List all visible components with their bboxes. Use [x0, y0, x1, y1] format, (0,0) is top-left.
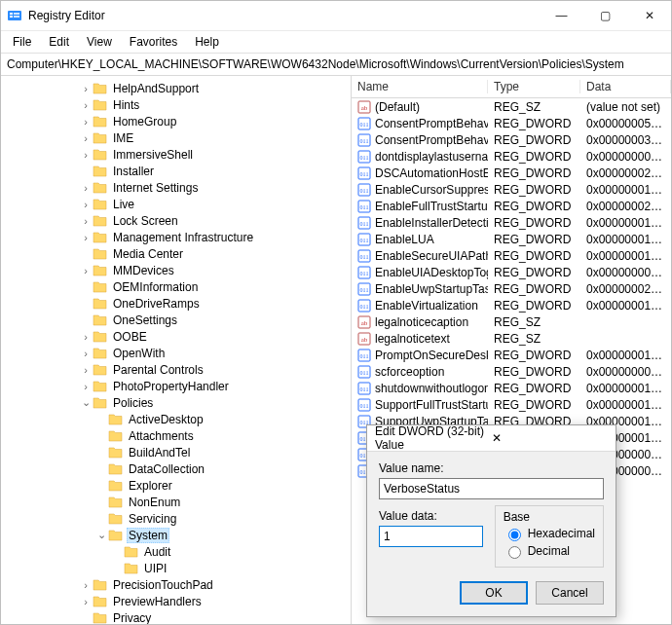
- value-row[interactable]: 011EnableSecureUIAPathsREG_DWORD0x000000…: [352, 247, 671, 264]
- tree-node[interactable]: BuildAndTel: [1, 444, 351, 460]
- value-row[interactable]: 011EnableLUAREG_DWORD0x00000001 (1): [352, 231, 671, 247]
- chevron-right-icon[interactable]: ›: [79, 364, 93, 376]
- menu-help[interactable]: Help: [187, 33, 227, 51]
- dialog-close-button[interactable]: ✕: [492, 431, 609, 445]
- menu-edit[interactable]: Edit: [41, 33, 77, 51]
- value-row[interactable]: 011EnableVirtualizationREG_DWORD0x000000…: [352, 297, 671, 313]
- chevron-right-icon[interactable]: ›: [79, 381, 93, 392]
- tree-node[interactable]: ›Management Infrastructure: [1, 229, 351, 245]
- tree-node[interactable]: Attachments: [1, 427, 351, 444]
- folder-icon: [93, 198, 107, 210]
- chevron-right-icon[interactable]: ›: [79, 232, 93, 243]
- menu-view[interactable]: View: [79, 33, 120, 51]
- tree-node[interactable]: UIPI: [1, 560, 351, 576]
- tree-node[interactable]: Servicing: [1, 510, 351, 527]
- tree-node[interactable]: ›HomeGroup: [1, 113, 351, 129]
- address-input[interactable]: [5, 55, 667, 73]
- chevron-right-icon[interactable]: ›: [79, 199, 93, 210]
- tree-node[interactable]: ›Lock Screen: [1, 212, 351, 229]
- string-value-icon: ab: [357, 100, 371, 114]
- value-row[interactable]: ab(Default)REG_SZ(value not set): [352, 98, 671, 115]
- chevron-right-icon[interactable]: ›: [79, 83, 93, 94]
- chevron-right-icon[interactable]: ›: [79, 265, 93, 276]
- value-row[interactable]: 011dontdisplaylastusernameREG_DWORD0x000…: [352, 148, 671, 165]
- menu-favorites[interactable]: Favorites: [122, 33, 185, 51]
- tree-node[interactable]: ›Hints: [1, 96, 351, 113]
- value-row[interactable]: ablegalnoticetextREG_SZ: [352, 330, 671, 347]
- tree-node[interactable]: Audit: [1, 543, 351, 560]
- tree-node[interactable]: ActiveDesktop: [1, 411, 351, 427]
- maximize-button[interactable]: ▢: [583, 1, 627, 30]
- tree-node[interactable]: NonEnum: [1, 494, 351, 510]
- chevron-right-icon[interactable]: ›: [79, 149, 93, 161]
- value-row[interactable]: 011EnableFullTrustStartupTasksREG_DWORD0…: [352, 198, 671, 214]
- tree-node[interactable]: DataCollection: [1, 460, 351, 477]
- tree-node[interactable]: ⌄System: [1, 527, 351, 543]
- value-data-input[interactable]: [379, 526, 483, 547]
- radio-hex[interactable]: Hexadecimal: [504, 526, 595, 541]
- tree-node[interactable]: ›MMDevices: [1, 262, 351, 278]
- value-type: REG_DWORD: [488, 183, 580, 197]
- value-row[interactable]: ablegalnoticecaptionREG_SZ: [352, 313, 671, 330]
- tree-node[interactable]: OneSettings: [1, 312, 351, 328]
- value-row[interactable]: 011ConsentPromptBehaviorAd...REG_DWORD0x…: [352, 115, 671, 131]
- tree-node[interactable]: Explorer: [1, 477, 351, 494]
- tree-node[interactable]: ›Live: [1, 196, 351, 212]
- value-row[interactable]: 011shutdownwithoutlogonREG_DWORD0x000000…: [352, 380, 671, 396]
- tree-node[interactable]: ›OpenWith: [1, 345, 351, 361]
- tree-node[interactable]: Installer: [1, 163, 351, 179]
- radio-hex-input[interactable]: [508, 529, 521, 541]
- value-row[interactable]: 011scforceoptionREG_DWORD0x00000000 (0): [352, 363, 671, 380]
- chevron-right-icon[interactable]: ›: [79, 579, 93, 591]
- tree-pane[interactable]: ›HelpAndSupport›Hints›HomeGroup›IME›Imme…: [1, 76, 352, 624]
- tree-node[interactable]: ›PreviewHandlers: [1, 593, 351, 609]
- col-header-data[interactable]: Data: [580, 80, 671, 93]
- cancel-button[interactable]: Cancel: [536, 581, 604, 605]
- tree-node[interactable]: OEMInformation: [1, 278, 351, 295]
- tree-node-label: Privacy: [111, 611, 153, 625]
- value-data: 0x00000000 (0): [580, 365, 671, 379]
- chevron-right-icon[interactable]: ›: [79, 182, 93, 194]
- tree-node[interactable]: ⌄Policies: [1, 394, 351, 411]
- menu-file[interactable]: File: [5, 33, 39, 51]
- dialog-titlebar[interactable]: Edit DWORD (32-bit) Value ✕: [367, 425, 616, 452]
- value-row[interactable]: 011DSCAutomationHostEnabledREG_DWORD0x00…: [352, 165, 671, 181]
- chevron-right-icon[interactable]: ›: [79, 348, 93, 359]
- chevron-right-icon[interactable]: ›: [79, 331, 93, 343]
- chevron-down-icon[interactable]: ⌄: [94, 529, 108, 541]
- svg-text:011: 011: [360, 188, 369, 194]
- chevron-down-icon[interactable]: ⌄: [79, 396, 93, 409]
- tree-node[interactable]: Media Center: [1, 245, 351, 262]
- radio-dec[interactable]: Decimal: [504, 543, 595, 559]
- tree-node[interactable]: ›OOBE: [1, 328, 351, 345]
- tree-node[interactable]: ›HelpAndSupport: [1, 80, 351, 96]
- tree-node[interactable]: ›PrecisionTouchPad: [1, 576, 351, 593]
- col-header-type[interactable]: Type: [488, 80, 580, 93]
- value-row[interactable]: 011EnableUwpStartupTasksREG_DWORD0x00000…: [352, 280, 671, 297]
- tree-node[interactable]: ›Parental Controls: [1, 361, 351, 378]
- minimize-button[interactable]: —: [540, 1, 583, 30]
- value-data: 0x00000002 (2): [580, 200, 671, 213]
- chevron-right-icon[interactable]: ›: [79, 132, 93, 144]
- tree-node[interactable]: ›IME: [1, 129, 351, 146]
- value-row[interactable]: 011EnableUIADesktopToggleREG_DWORD0x0000…: [352, 264, 671, 280]
- value-row[interactable]: 011ConsentPromptBehaviorUserREG_DWORD0x0…: [352, 131, 671, 148]
- chevron-right-icon[interactable]: ›: [79, 215, 93, 227]
- value-row[interactable]: 011EnableInstallerDetectionREG_DWORD0x00…: [352, 214, 671, 231]
- tree-node[interactable]: ›Internet Settings: [1, 179, 351, 196]
- value-name-input[interactable]: [379, 478, 604, 499]
- col-header-name[interactable]: Name: [352, 80, 488, 93]
- value-row[interactable]: 011SupportFullTrustStartupTasksREG_DWORD…: [352, 396, 671, 413]
- tree-node[interactable]: ›PhotoPropertyHandler: [1, 378, 351, 394]
- chevron-right-icon[interactable]: ›: [79, 116, 93, 128]
- tree-node[interactable]: Privacy: [1, 609, 351, 624]
- ok-button[interactable]: OK: [460, 581, 528, 605]
- value-row[interactable]: 011EnableCursorSuppressionREG_DWORD0x000…: [352, 181, 671, 198]
- chevron-right-icon[interactable]: ›: [79, 99, 93, 111]
- tree-node[interactable]: OneDriveRamps: [1, 295, 351, 312]
- tree-node[interactable]: ›ImmersiveShell: [1, 146, 351, 163]
- radio-dec-input[interactable]: [508, 546, 521, 559]
- value-row[interactable]: 011PromptOnSecureDesktopREG_DWORD0x00000…: [352, 347, 671, 363]
- chevron-right-icon[interactable]: ›: [79, 596, 93, 607]
- close-button[interactable]: ✕: [627, 1, 671, 30]
